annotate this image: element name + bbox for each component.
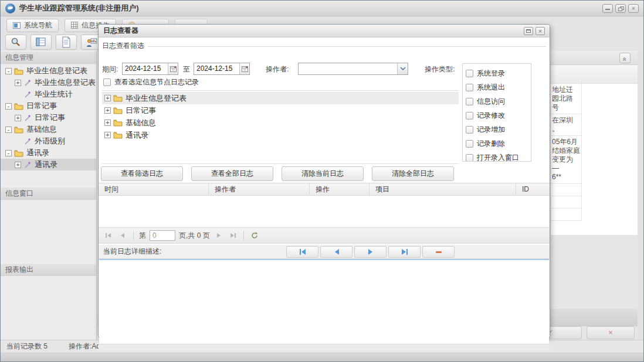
clear-all-logs-button[interactable]: 清除全部日志 [372, 166, 454, 181]
next-record-icon [367, 248, 374, 255]
folder-icon [113, 119, 123, 127]
dialog-tree-item-contacts[interactable]: + 通讯录 [102, 129, 459, 141]
date-from-field[interactable]: 2024-12-15 [122, 63, 178, 75]
dialog-footer [99, 344, 550, 351]
title-bar: 学生毕业跟踪管理系统(非注册用户) × [1, 1, 643, 16]
checkbox-icon[interactable] [466, 98, 473, 105]
checkbox-icon[interactable] [466, 70, 473, 77]
optype-checkbox-info-access[interactable]: 信息访问 [466, 94, 531, 108]
table-view-button[interactable] [30, 35, 52, 50]
nav-delete-button[interactable] [422, 246, 455, 258]
expand-expander-icon[interactable]: + [104, 132, 111, 138]
col-item[interactable]: 项目 [370, 183, 516, 195]
folder-icon [14, 67, 23, 75]
sidebar-item-basic-folder[interactable]: - 基础信息 [1, 124, 96, 135]
checkbox-icon[interactable] [466, 112, 473, 119]
date-to-field[interactable]: 2024-12-15 [194, 63, 250, 75]
sidebar-item-grad-form[interactable]: + 毕业生信息登记表 [1, 77, 96, 88]
prev-record-icon [333, 248, 340, 255]
collapse-panel-button[interactable]: « [619, 53, 631, 63]
collapse-expander-icon[interactable]: - [5, 127, 12, 133]
table-icon [35, 37, 47, 47]
user-report-icon [86, 37, 97, 48]
collapse-expander-icon[interactable]: - [5, 103, 12, 110]
window-icon [13, 22, 21, 29]
calendar-icon[interactable] [168, 63, 178, 74]
dialog-close-button[interactable]: × [535, 27, 545, 35]
sidebar-item-contacts[interactable]: + 通讯录 [1, 159, 96, 170]
sidebar-item-grad-stats[interactable]: 毕业生统计 [1, 88, 96, 100]
checkbox-icon[interactable] [466, 140, 473, 148]
optype-checkbox-system-login[interactable]: 系统登录 [466, 66, 531, 80]
view-all-logs-button[interactable]: 查看全部日志 [191, 166, 273, 181]
prev-page-icon[interactable] [117, 230, 128, 241]
sidebar-item-daily[interactable]: + 日常记事 [1, 112, 96, 124]
dialog-tree-item-daily[interactable]: + 日常记事 [102, 104, 459, 117]
nav-next-button[interactable] [354, 246, 387, 258]
system-nav-button[interactable]: 系统导航 [6, 19, 59, 32]
collapse-expander-icon[interactable]: - [5, 150, 12, 156]
col-time[interactable]: 时间 [99, 183, 209, 195]
view-filtered-logs-button[interactable]: 查看筛选日志 [101, 166, 183, 181]
calendar-icon[interactable] [239, 63, 249, 74]
collapse-expander-icon[interactable]: - [5, 68, 12, 74]
expand-expander-icon[interactable]: + [15, 80, 21, 86]
optype-checkbox-system-logout[interactable]: 系统退出 [466, 80, 531, 94]
dialog-tree-item-grad-form[interactable]: + 毕业生信息登记表 [102, 92, 459, 104]
sidebar-item-daily-folder[interactable]: - 日常记事 [1, 100, 96, 112]
tree-label: 通讯录 [26, 148, 49, 158]
checkbox-icon[interactable] [103, 78, 111, 86]
sidebar-header-window[interactable]: 信息窗口 [1, 187, 96, 200]
clear-current-logs-button[interactable]: 清除当前日志 [282, 166, 364, 181]
node-log-checkbox[interactable]: 查看选定信息节点日志记录 [103, 77, 199, 87]
sidebar-item-grad-form-folder[interactable]: - 毕业生信息登记表 [1, 65, 96, 77]
document-button[interactable] [56, 35, 77, 50]
col-id[interactable]: ID [516, 183, 550, 195]
refresh-icon[interactable] [249, 230, 260, 241]
wand-icon [23, 114, 32, 122]
optype-checkbox-record-add[interactable]: 记录增加 [466, 122, 531, 136]
optype-checkbox-open-entry[interactable]: 打开录入窗口 [466, 151, 531, 162]
app-logo-icon [5, 4, 15, 13]
tree-label: 基础信息 [126, 118, 156, 128]
optype-checkbox-record-delete[interactable]: 记录删除 [466, 136, 531, 151]
window-restore-button[interactable] [615, 4, 626, 13]
first-page-icon[interactable] [103, 230, 114, 241]
expand-expander-icon[interactable]: + [104, 107, 111, 114]
dialog-title-bar[interactable]: 日志查看器 × [99, 25, 550, 37]
record-count-status: 当前记录数 5 [6, 341, 48, 351]
page-number-input[interactable] [150, 230, 175, 241]
last-page-icon[interactable] [228, 230, 238, 241]
expand-expander-icon[interactable]: + [15, 115, 21, 121]
window-close-button[interactable]: × [628, 4, 639, 13]
tree-label: 毕业生信息登记表 [126, 93, 187, 104]
search-button[interactable] [5, 35, 26, 50]
dialog-tree-item-basic[interactable]: + 基础信息 [102, 117, 459, 129]
chevron-down-icon[interactable] [397, 63, 408, 74]
folder-icon [14, 103, 23, 110]
checkbox-icon[interactable] [466, 154, 473, 162]
optype-checkbox-record-modify[interactable]: 记录修改 [466, 108, 531, 122]
cancel-button[interactable]: × [587, 326, 635, 339]
folder-icon [14, 126, 23, 134]
checkbox-icon[interactable] [466, 126, 473, 134]
col-operator[interactable]: 操作者 [209, 183, 310, 195]
expand-expander-icon[interactable]: + [104, 119, 111, 126]
nav-prev-button[interactable] [320, 246, 352, 258]
window-minimize-button[interactable] [602, 4, 613, 13]
dialog-maximize-button[interactable] [524, 27, 533, 35]
checkbox-icon[interactable] [466, 84, 473, 91]
grid-cell-fragment: 在深圳 。 [551, 114, 582, 136]
expand-expander-icon[interactable]: + [15, 162, 21, 168]
sidebar-item-foreign-lang[interactable]: 外语级别 [1, 135, 96, 147]
sidebar-item-contacts-folder[interactable]: - 通讯录 [1, 147, 96, 159]
operator-combobox[interactable] [298, 63, 408, 75]
next-page-icon[interactable] [213, 230, 224, 241]
nav-last-button[interactable] [388, 246, 421, 258]
col-operation[interactable]: 操作 [310, 183, 370, 195]
sidebar-header-info[interactable]: 信息管理 [1, 51, 96, 64]
log-detail-textarea[interactable] [99, 259, 549, 344]
nav-first-button[interactable] [286, 246, 318, 258]
sidebar-header-report[interactable]: 报表输出 [1, 263, 96, 276]
expand-expander-icon[interactable]: + [104, 95, 111, 101]
